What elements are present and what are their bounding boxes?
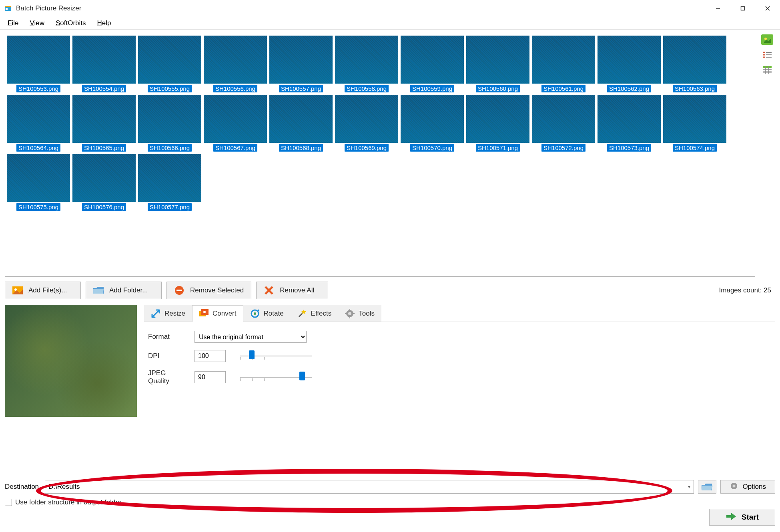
thumbnail-item[interactable]: SH100553.png: [7, 36, 70, 92]
thumbnail-item[interactable]: SH100567.png: [204, 95, 267, 152]
thumbnail-item[interactable]: SH100571.png: [466, 95, 529, 152]
tab-tools-label: Tools: [359, 310, 375, 318]
thumbnail-image: [532, 36, 595, 84]
add-folder-button[interactable]: Add Folder...: [86, 282, 162, 299]
close-button[interactable]: [755, 0, 780, 17]
svg-rect-2: [6, 8, 8, 10]
thumbnail-filename: SH100557.png: [279, 85, 323, 92]
thumbnail-filename: SH100564.png: [16, 144, 60, 152]
remove-selected-button[interactable]: Remove Selected: [166, 282, 251, 299]
menu-view[interactable]: View: [24, 18, 50, 28]
thumbnail-item[interactable]: SH100555.png: [138, 36, 201, 92]
thumbnail-item[interactable]: SH100574.png: [663, 95, 726, 152]
thumbnail-filename: SH100562.png: [607, 85, 651, 92]
convert-icon: [199, 309, 209, 318]
thumbnail-item[interactable]: SH100565.png: [72, 95, 136, 152]
thumbnail-gallery[interactable]: SH100553.pngSH100554.pngSH100555.pngSH10…: [5, 33, 755, 277]
thumbnail-item[interactable]: SH100557.png: [269, 36, 333, 92]
thumbnail-filename: SH100570.png: [410, 144, 454, 152]
thumbnail-image: [204, 95, 267, 143]
thumbnail-item[interactable]: SH100554.png: [72, 36, 136, 92]
thumbnail-item[interactable]: SH100575.png: [7, 154, 70, 211]
thumbnail-image: [335, 95, 398, 143]
thumbnail-image: [7, 36, 70, 84]
maximize-button[interactable]: [730, 0, 755, 17]
thumbnail-item[interactable]: SH100560.png: [466, 36, 529, 92]
destination-combobox[interactable]: D:\Results ▾: [45, 480, 694, 494]
jpeg-quality-slider[interactable]: [240, 372, 312, 382]
svg-rect-15: [763, 66, 772, 68]
tab-convert[interactable]: Convert: [192, 305, 243, 322]
remove-all-icon: [264, 286, 274, 295]
thumbnail-image: [663, 36, 726, 84]
format-select[interactable]: Use the original format: [194, 331, 307, 343]
thumbnail-image: [401, 95, 464, 143]
thumbnail-item[interactable]: SH100559.png: [401, 36, 464, 92]
svg-point-9: [763, 52, 765, 53]
minimize-button[interactable]: [706, 0, 730, 17]
thumbnail-filename: SH100558.png: [345, 85, 389, 92]
thumbnail-item[interactable]: SH100561.png: [532, 36, 595, 92]
svg-point-39: [733, 484, 736, 487]
thumbnail-item[interactable]: SH100558.png: [335, 36, 398, 92]
add-files-button[interactable]: Add File(s)...: [5, 282, 81, 299]
thumbnail-image: [401, 36, 464, 84]
svg-rect-4: [741, 7, 745, 10]
convert-settings: Format Use the original format DPI: [144, 322, 775, 396]
tab-effects[interactable]: Effects: [291, 305, 339, 322]
tab-resize[interactable]: Resize: [144, 305, 192, 322]
thumbnail-image: [598, 95, 661, 143]
gallery-toolbar: Add File(s)... Add Folder... Remove Sele…: [5, 282, 775, 299]
thumbnail-item[interactable]: SH100556.png: [204, 36, 267, 92]
svg-point-31: [254, 312, 256, 315]
tab-rotate[interactable]: Rotate: [243, 305, 291, 322]
effects-icon: [297, 309, 307, 318]
tab-effects-label: Effects: [311, 310, 332, 318]
view-details-icon[interactable]: [761, 65, 773, 75]
svg-rect-34: [349, 309, 350, 310]
start-button[interactable]: Start: [709, 509, 775, 526]
menu-file[interactable]: File: [2, 18, 24, 28]
dpi-input[interactable]: [194, 350, 226, 362]
folder-structure-label: Use folder structure in output folder: [15, 498, 122, 506]
thumbnail-item[interactable]: SH100576.png: [72, 154, 136, 211]
view-thumbnails-icon[interactable]: [761, 34, 773, 45]
remove-all-button[interactable]: Remove All: [256, 282, 328, 299]
titlebar: Batch Picture Resizer: [0, 0, 780, 17]
thumbnail-image: [204, 36, 267, 84]
rotate-icon: [250, 309, 260, 318]
tab-tools[interactable]: Tools: [338, 305, 381, 322]
thumbnail-item[interactable]: SH100568.png: [269, 95, 333, 152]
jpeg-quality-input[interactable]: [194, 371, 226, 383]
menu-help[interactable]: Help: [92, 18, 117, 28]
thumbnail-item[interactable]: SH100562.png: [598, 36, 661, 92]
view-list-icon[interactable]: [761, 50, 773, 60]
thumbnail-image: [269, 95, 333, 143]
remove-selected-label: Remove Selected: [190, 286, 244, 294]
thumbnail-filename: SH100563.png: [673, 85, 717, 92]
thumbnail-image: [72, 154, 136, 202]
thumbnail-item[interactable]: SH100570.png: [401, 95, 464, 152]
thumbnail-filename: SH100555.png: [148, 85, 192, 92]
thumbnail-filename: SH100556.png: [213, 85, 257, 92]
add-files-icon: [12, 286, 23, 295]
folder-structure-checkbox[interactable]: [5, 499, 12, 506]
thumbnail-item[interactable]: SH100572.png: [532, 95, 595, 152]
thumbnail-item[interactable]: SH100566.png: [138, 95, 201, 152]
thumbnail-filename: SH100565.png: [82, 144, 126, 152]
thumbnail-item[interactable]: SH100569.png: [335, 95, 398, 152]
dpi-slider[interactable]: [240, 351, 312, 361]
thumbnail-item[interactable]: SH100573.png: [598, 95, 661, 152]
start-arrow-icon: [726, 512, 736, 523]
svg-rect-1: [5, 6, 11, 7]
options-button[interactable]: Options: [720, 480, 775, 494]
tools-icon: [345, 309, 355, 318]
menu-softorbits[interactable]: SoftOrbits: [50, 18, 92, 28]
thumbnail-item[interactable]: SH100577.png: [138, 154, 201, 211]
images-count-label: Images count: 25: [719, 286, 775, 294]
thumbnail-filename: SH100568.png: [279, 144, 323, 152]
thumbnail-item[interactable]: SH100564.png: [7, 95, 70, 152]
browse-folder-button[interactable]: [698, 480, 716, 494]
svg-point-33: [348, 312, 351, 315]
thumbnail-item[interactable]: SH100563.png: [663, 36, 726, 92]
